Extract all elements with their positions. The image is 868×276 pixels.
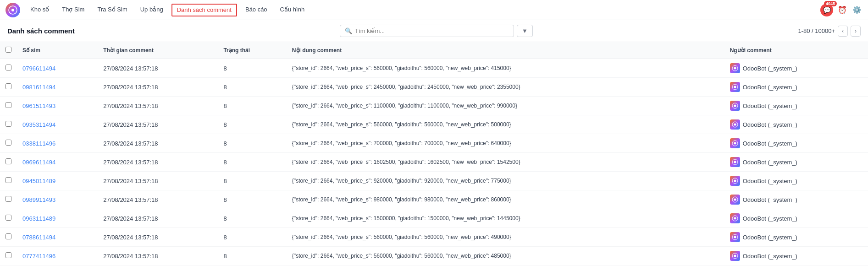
pagination-info: 1-80 / 10000+ ‹ ›	[798, 26, 861, 37]
cell-thoi-gian: 27/08/2024 13:57:18	[98, 97, 218, 115]
chat-notification[interactable]: 💬 4045	[820, 4, 833, 16]
table-row: 0796611494 27/08/2024 13:57:18 8 {"store…	[0, 59, 868, 78]
commenter-avatar	[730, 119, 740, 130]
commenter-avatar	[730, 63, 740, 73]
search-box: 🔍	[340, 25, 514, 37]
row-checkbox[interactable]	[6, 177, 11, 183]
commenter-info: OdooBot (_system_)	[730, 232, 862, 242]
cell-noi-dung: {"store_id": 2664, "web_price_s": 110000…	[287, 97, 724, 115]
commenter-name: OdooBot (_system_)	[743, 196, 797, 203]
commenter-avatar	[730, 195, 740, 205]
cell-noi-dung: {"store_id": 2664, "web_price_s": 245000…	[287, 78, 724, 97]
table-body: 0796611494 27/08/2024 13:57:18 8 {"store…	[0, 59, 868, 265]
cell-noi-dung: {"store_id": 2664, "web_price_s": 980000…	[287, 190, 724, 209]
cell-trang-thai: 8	[218, 209, 286, 228]
row-checkbox[interactable]	[6, 233, 11, 239]
row-checkbox[interactable]	[6, 196, 11, 202]
svg-point-5	[734, 86, 736, 88]
row-checkbox-cell	[0, 228, 17, 247]
cell-noi-dung: {"store_id": 2664, "web_price_s": 920000…	[287, 172, 724, 190]
cell-so-sim: 0981611494	[17, 78, 98, 97]
row-checkbox-cell	[0, 190, 17, 209]
nav-item-tho-sim[interactable]: Thợ Sim	[55, 0, 91, 20]
nav-item-bao-cao[interactable]: Báo cáo	[239, 0, 274, 20]
table-row: 0969611494 27/08/2024 13:57:18 8 {"store…	[0, 153, 868, 172]
svg-point-13	[734, 161, 736, 163]
commenter-name: OdooBot (_system_)	[743, 121, 797, 128]
select-all-checkbox[interactable]	[6, 47, 11, 53]
search-dropdown-button[interactable]: ▼	[517, 25, 533, 37]
cell-so-sim: 0969611494	[17, 153, 98, 172]
prev-page-button[interactable]: ‹	[838, 26, 848, 37]
next-page-button[interactable]: ›	[851, 26, 861, 37]
nav-item-tra-so-sim[interactable]: Tra Số Sim	[91, 0, 133, 20]
cell-thoi-gian: 27/08/2024 13:57:18	[98, 115, 218, 134]
commenter-name: OdooBot (_system_)	[743, 84, 797, 91]
table-container: Số sim Thời gian comment Trạng thái Nội …	[0, 42, 868, 265]
cell-noi-dung: {"store_id": 2664, "web_price_s": 560000…	[287, 59, 724, 78]
row-checkbox[interactable]	[6, 102, 11, 108]
nav-item-danh-sach-comment[interactable]: Danh sách comment	[171, 4, 237, 16]
nav-item-kho-so[interactable]: Kho số	[24, 0, 55, 20]
cell-nguoi-comment: OdooBot (_system_)	[724, 190, 868, 209]
nav-right-controls: 💬 4045 ⏰ ⚙️	[820, 4, 862, 16]
commenter-avatar	[730, 176, 740, 186]
header-nguoi-comment: Người comment	[724, 42, 868, 59]
cell-nguoi-comment: OdooBot (_system_)	[724, 97, 868, 115]
cell-trang-thai: 8	[218, 115, 286, 134]
search-input[interactable]	[355, 27, 509, 34]
svg-point-9	[734, 124, 736, 126]
cell-nguoi-comment: OdooBot (_system_)	[724, 228, 868, 247]
row-checkbox-cell	[0, 78, 17, 97]
commenter-avatar	[730, 82, 740, 92]
row-checkbox[interactable]	[6, 158, 11, 164]
table-row: 0788611494 27/08/2024 13:57:18 8 {"store…	[0, 228, 868, 247]
commenter-info: OdooBot (_system_)	[730, 119, 862, 130]
cell-noi-dung: {"store_id": 2664, "web_price_s": 560000…	[287, 228, 724, 247]
cell-so-sim: 0963111489	[17, 209, 98, 228]
svg-point-11	[734, 142, 736, 145]
commenter-avatar	[730, 232, 740, 242]
page-title: Danh sách comment	[7, 27, 75, 35]
cell-trang-thai: 8	[218, 247, 286, 265]
row-checkbox[interactable]	[6, 121, 11, 127]
nav-item-up-bang[interactable]: Up bảng	[134, 0, 170, 20]
commenter-info: OdooBot (_system_)	[730, 138, 862, 148]
table-header: Số sim Thời gian comment Trạng thái Nội …	[0, 42, 868, 59]
row-checkbox[interactable]	[6, 215, 11, 221]
commenter-info: OdooBot (_system_)	[730, 157, 862, 167]
cell-trang-thai: 8	[218, 228, 286, 247]
nav-item-cau-hinh[interactable]: Cấu hình	[274, 0, 311, 20]
cell-nguoi-comment: OdooBot (_system_)	[724, 247, 868, 265]
cell-thoi-gian: 27/08/2024 13:57:18	[98, 209, 218, 228]
clock-icon[interactable]: ⏰	[837, 5, 848, 16]
cell-so-sim: 0796611494	[17, 59, 98, 78]
page-header: Danh sách comment 🔍 ▼ 1-80 / 10000+ ‹ ›	[0, 20, 868, 42]
comments-table: Số sim Thời gian comment Trạng thái Nội …	[0, 42, 868, 265]
row-checkbox-cell	[0, 172, 17, 190]
table-row: 0961511493 27/08/2024 13:57:18 8 {"store…	[0, 97, 868, 115]
row-checkbox[interactable]	[6, 65, 11, 70]
cell-noi-dung: {"store_id": 2664, "web_price_s": 560000…	[287, 247, 724, 265]
nav-items: Kho số Thợ Sim Tra Số Sim Up bảng Danh s…	[24, 0, 820, 20]
cell-trang-thai: 8	[218, 97, 286, 115]
cell-thoi-gian: 27/08/2024 13:57:18	[98, 134, 218, 153]
row-checkbox[interactable]	[6, 252, 11, 258]
commenter-name: OdooBot (_system_)	[743, 140, 797, 147]
cell-thoi-gian: 27/08/2024 13:57:18	[98, 247, 218, 265]
row-checkbox[interactable]	[6, 140, 11, 146]
cell-trang-thai: 8	[218, 78, 286, 97]
search-area: 🔍 ▼	[340, 25, 533, 37]
row-checkbox-cell	[0, 134, 17, 153]
row-checkbox[interactable]	[6, 83, 11, 89]
cell-so-sim: 0945011489	[17, 172, 98, 190]
commenter-info: OdooBot (_system_)	[730, 195, 862, 205]
commenter-info: OdooBot (_system_)	[730, 213, 862, 223]
cell-trang-thai: 8	[218, 153, 286, 172]
cell-so-sim: 0989911493	[17, 190, 98, 209]
cell-noi-dung: {"store_id": 2664, "web_price_s": 150000…	[287, 209, 724, 228]
cell-so-sim: 0935311494	[17, 115, 98, 134]
table-row: 0777411496 27/08/2024 13:57:18 8 {"store…	[0, 247, 868, 265]
settings-icon[interactable]: ⚙️	[851, 5, 862, 16]
cell-nguoi-comment: OdooBot (_system_)	[724, 153, 868, 172]
